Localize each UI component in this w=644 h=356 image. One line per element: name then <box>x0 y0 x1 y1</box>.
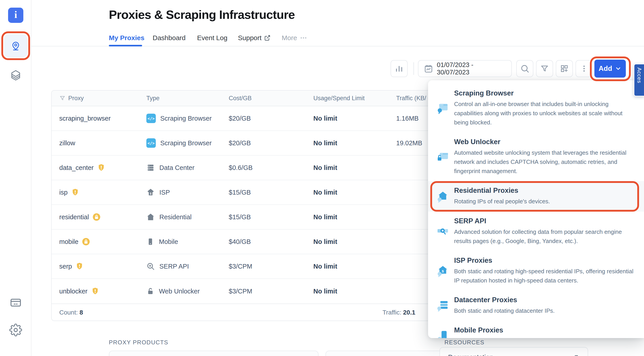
proxy-name: residential <box>59 213 89 221</box>
proxy-name: unblocker <box>59 288 88 295</box>
proxy-cost: $40/GB <box>229 238 313 245</box>
calendar-icon <box>424 64 433 73</box>
tab-event-log[interactable]: Event Log <box>197 34 228 42</box>
proxy-limit: No limit <box>313 263 396 270</box>
sidebar-item-settings[interactable] <box>8 323 23 337</box>
sidebar: i <box>0 0 32 356</box>
menu-item-title: Residential Proxies <box>454 186 550 194</box>
proxy-type-label: Scraping Browser <box>160 140 212 147</box>
tab-label: Dashboard <box>153 34 186 42</box>
active-tab-underline <box>109 45 142 46</box>
add-menu-item[interactable]: Residential Proxies Rotating IPs of real… <box>428 181 644 211</box>
column-header-limit[interactable]: Usage/Spend Limit <box>313 95 396 102</box>
menu-item-description: Advanced solution for collecting data fr… <box>454 227 635 246</box>
search-button[interactable] <box>516 60 533 77</box>
tab-label: More <box>282 34 297 42</box>
add-menu-item[interactable]: Scraping Browser Control an all-in-one b… <box>428 84 644 133</box>
tab-label: My Proxies <box>109 34 144 42</box>
filter-icon <box>540 64 549 73</box>
grid-plus-icon <box>560 64 569 73</box>
documentation-link-card[interactable]: Documentation <box>440 347 588 356</box>
tab-more[interactable]: More <box>282 34 307 42</box>
toolbar-divider <box>414 62 414 75</box>
count-value: 8 <box>80 309 83 316</box>
traffic-total-label: Traffic: <box>382 309 401 316</box>
menu-item-text: SERP API Advanced solution for collectin… <box>454 217 635 246</box>
proxy-name: serp <box>59 263 72 270</box>
menu-item-description: Both static and rotating datacenter IPs. <box>454 306 555 315</box>
add-menu-item[interactable]: $ ISP Proxies Both static and rotating h… <box>428 251 644 291</box>
proxy-type-label: Web Unlocker <box>159 288 200 295</box>
tab-support[interactable]: Support <box>238 34 270 42</box>
tab-dashboard[interactable]: Dashboard <box>153 34 186 42</box>
menu-item-icon <box>436 138 449 176</box>
proxy-limit: No limit <box>313 115 396 122</box>
proxy-cost: $15/GB <box>229 189 313 196</box>
menu-item-description: Both static and rotating high-speed resi… <box>454 267 635 285</box>
svg-text:</>: </> <box>148 116 155 121</box>
status-badge-icon <box>76 262 84 270</box>
proxy-cost: $15/GB <box>229 213 313 221</box>
menu-item-title: SERP API <box>454 217 635 225</box>
proxy-type-icon: </> <box>146 138 156 148</box>
funnel-small-icon[interactable] <box>59 95 66 101</box>
tab-label: Event Log <box>197 34 228 42</box>
proxy-cost: $0.6/GB <box>229 164 313 172</box>
bar-chart-icon <box>394 64 404 73</box>
column-header-type[interactable]: Type <box>146 95 229 102</box>
column-header-proxy[interactable]: Proxy <box>68 95 84 102</box>
menu-item-icon <box>436 326 449 338</box>
documentation-link-label: Documentation <box>448 353 494 356</box>
proxy-type-label: ISP <box>159 189 170 196</box>
menu-item-icon <box>436 89 449 127</box>
proxy-type-icon <box>146 213 155 221</box>
add-menu-item[interactable]: SERP API Advanced solution for collectin… <box>428 212 644 251</box>
add-menu-item[interactable]: Web Unlocker Automated website unlocking… <box>428 133 644 181</box>
add-dropdown-menu: Scraping Browser Control an all-in-one b… <box>428 80 644 338</box>
add-menu-item[interactable]: Mobile Proxies Rotating IPs from real mo… <box>428 321 644 338</box>
page-title: Proxies & Scraping Infrastructure <box>109 8 295 21</box>
status-badge-icon <box>82 238 90 246</box>
proxy-product-card[interactable] <box>109 351 318 356</box>
proxy-cost: $20/GB <box>229 140 313 147</box>
menu-item-text: Web Unlocker Automated website unlocking… <box>454 138 635 176</box>
menu-item-title: ISP Proxies <box>454 256 635 265</box>
external-link-icon <box>264 35 270 41</box>
proxy-type-icon <box>146 238 154 246</box>
chevron-down-icon <box>615 65 622 72</box>
menu-item-title: Scraping Browser <box>454 89 635 97</box>
proxy-type-icon <box>146 287 154 295</box>
proxy-name: isp <box>59 189 68 196</box>
filter-button[interactable] <box>536 60 553 77</box>
tab-my-proxies[interactable]: My Proxies <box>109 34 144 42</box>
sidebar-item-billing[interactable] <box>8 296 23 310</box>
proxy-limit: No limit <box>313 140 396 147</box>
sidebar-item-proxies[interactable] <box>4 34 28 57</box>
add-button[interactable]: Add <box>594 60 626 78</box>
ellipsis-icon <box>300 34 307 42</box>
menu-item-title: Mobile Proxies <box>454 326 552 334</box>
add-button-label: Add <box>599 65 612 73</box>
proxy-name: zillow <box>59 140 75 147</box>
customize-columns-button[interactable] <box>556 60 573 77</box>
access-parameters-edge-tab[interactable]: Acces <box>634 64 644 96</box>
proxy-type-icon: </> <box>146 114 156 123</box>
menu-item-description: Rotating IPs from real mobile devices. <box>454 337 552 338</box>
proxy-type-label: Data Center <box>159 164 194 172</box>
kebab-icon <box>580 65 588 73</box>
menu-item-icon <box>436 186 449 206</box>
svg-text:</>: </> <box>148 141 155 146</box>
date-range-picker[interactable]: 01/07/2023 - 30/07/2023 <box>418 60 512 77</box>
menu-item-icon <box>436 296 449 315</box>
svg-text:$: $ <box>442 269 444 273</box>
proxy-cost: $3/CPM <box>229 288 313 295</box>
tab-label: Support <box>238 34 262 42</box>
chart-view-button[interactable] <box>390 60 408 77</box>
proxy-type-icon: $ <box>146 188 155 197</box>
menu-item-text: Mobile Proxies Rotating IPs from real mo… <box>454 326 552 338</box>
add-menu-item[interactable]: Datacenter Proxies Both static and rotat… <box>428 291 644 321</box>
column-header-cost[interactable]: Cost/GB <box>229 95 313 102</box>
sidebar-item-datasets[interactable] <box>8 67 24 83</box>
more-actions-button[interactable] <box>576 60 592 77</box>
brand-logo[interactable]: i <box>8 8 23 23</box>
